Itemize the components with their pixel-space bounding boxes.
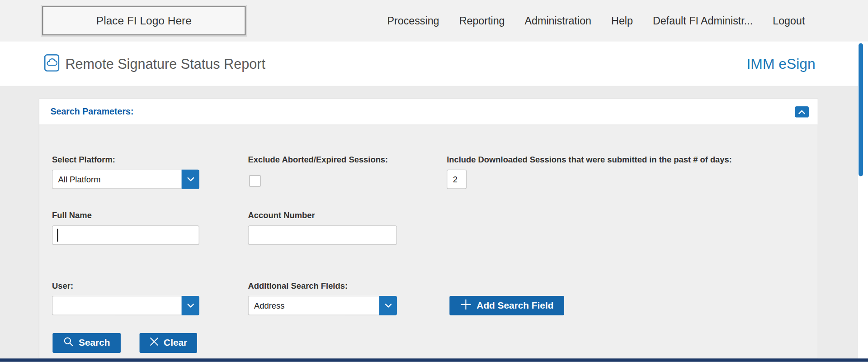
x-icon — [149, 337, 159, 349]
app-page: Place FI Logo Here Processing Reporting … — [0, 0, 868, 362]
nav-processing[interactable]: Processing — [387, 14, 439, 27]
cloud-document-icon — [44, 54, 61, 73]
page-header: Remote Signature Status Report IMM eSign — [0, 42, 868, 86]
platform-select-input[interactable] — [52, 170, 182, 189]
browser-viewport: Place FI Logo Here Processing Reporting … — [0, 0, 868, 362]
nav-administration[interactable]: Administration — [525, 14, 591, 27]
scrollbar-track[interactable] — [858, 42, 868, 362]
downloaded-days-input[interactable] — [447, 170, 467, 189]
search-button[interactable]: Search — [52, 333, 121, 353]
additional-fields-label: Additional Search Fields: — [248, 281, 348, 291]
main-nav: Processing Reporting Administration Help… — [387, 0, 805, 42]
downloaded-days-label: Include Downloaded Sessions that were su… — [447, 154, 732, 164]
nav-logout[interactable]: Logout — [773, 14, 805, 27]
search-icon — [63, 336, 74, 349]
nav-current-user[interactable]: Default FI Administr... — [653, 14, 753, 27]
fi-logo-placeholder: Place FI Logo Here — [42, 6, 246, 35]
search-panel-header: Search Parameters: — [39, 99, 818, 125]
exclude-sessions-label: Exclude Aborted/Expired Sessions: — [248, 154, 388, 164]
search-panel-body: Select Platform: Exclude Aborted/Expired… — [39, 125, 818, 359]
account-number-input[interactable] — [248, 225, 397, 245]
chevron-up-icon — [798, 108, 806, 116]
main-content: Search Parameters: Select Platform: Excl… — [0, 86, 868, 362]
clear-button-label: Clear — [164, 338, 187, 348]
search-parameters-panel: Search Parameters: Select Platform: Excl… — [39, 99, 818, 359]
platform-label: Select Platform: — [52, 154, 115, 164]
additional-fields-select-input[interactable] — [248, 296, 379, 315]
account-number-label: Account Number — [248, 210, 315, 220]
user-label: User: — [52, 281, 73, 291]
collapse-panel-button[interactable] — [795, 106, 809, 117]
add-search-field-label: Add Search Field — [476, 300, 553, 311]
user-select-input[interactable] — [52, 296, 182, 315]
clear-button[interactable]: Clear — [140, 333, 197, 353]
full-name-input[interactable] — [52, 225, 199, 245]
text-cursor — [57, 229, 58, 242]
user-select — [52, 296, 199, 315]
footer-bar — [0, 358, 868, 362]
add-search-field-button[interactable]: Add Search Field — [449, 296, 564, 315]
search-button-label: Search — [79, 338, 110, 348]
nav-reporting[interactable]: Reporting — [459, 14, 505, 27]
platform-select — [52, 170, 199, 189]
additional-fields-select — [248, 296, 397, 315]
scrollbar-thumb[interactable] — [859, 43, 863, 176]
additional-fields-dropdown-button[interactable] — [379, 296, 397, 315]
chevron-down-icon — [384, 301, 392, 310]
exclude-sessions-checkbox[interactable] — [249, 175, 261, 187]
search-panel-title: Search Parameters: — [50, 99, 133, 124]
chevron-down-icon — [187, 175, 194, 183]
fi-logo-text: Place FI Logo Here — [96, 14, 192, 27]
page-title: Remote Signature Status Report — [65, 42, 265, 86]
full-name-label: Full Name — [52, 210, 92, 220]
brand-imm-esign: IMM eSign — [747, 42, 816, 86]
top-nav-bar: Place FI Logo Here Processing Reporting … — [0, 0, 868, 42]
user-dropdown-button[interactable] — [182, 296, 199, 315]
chevron-down-icon — [187, 301, 194, 310]
platform-dropdown-button[interactable] — [182, 170, 199, 189]
plus-icon — [460, 298, 472, 313]
nav-help[interactable]: Help — [611, 14, 633, 27]
